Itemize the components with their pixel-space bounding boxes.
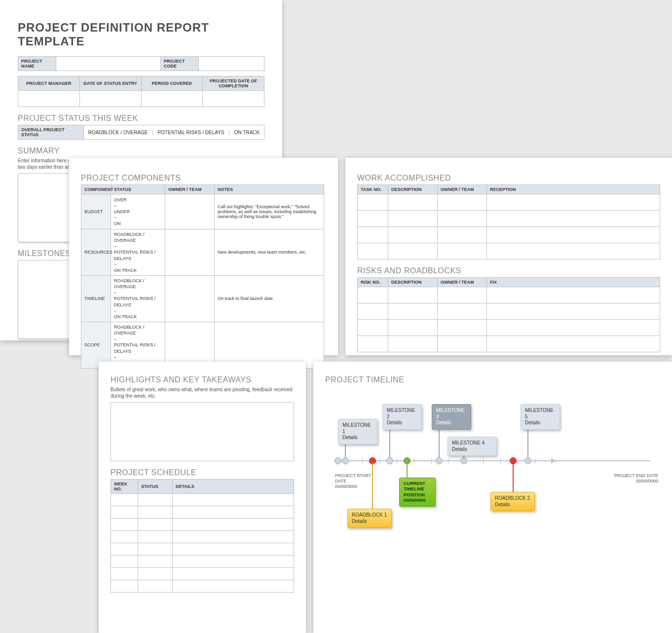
risk-cell[interactable]: [438, 303, 487, 320]
comp-owner[interactable]: [165, 194, 215, 229]
sched-cell[interactable]: [138, 531, 173, 543]
cell-period[interactable]: [141, 91, 203, 107]
sched-cell[interactable]: [138, 556, 173, 568]
work-table: TASK NO. DESCRIPTION OWNER / TEAM RECEPT…: [357, 185, 660, 260]
sched-cell[interactable]: [138, 494, 173, 506]
risk-cell[interactable]: [438, 336, 487, 352]
work-cell[interactable]: [358, 227, 388, 243]
work-cell[interactable]: [487, 227, 660, 243]
comp-name: BUDGET: [81, 194, 111, 229]
sched-cell[interactable]: [138, 568, 173, 580]
sched-cell[interactable]: [138, 506, 173, 519]
sched-cell[interactable]: [173, 519, 294, 531]
sched-cell[interactable]: [111, 568, 138, 580]
components-table: COMPONENT STATUS OWNER / TEAM NOTES BUDG…: [81, 185, 324, 369]
cell-projected[interactable]: [203, 91, 264, 107]
comp-status[interactable]: ROADBLOCK / OVERAGE – POTENTIAL RISKS / …: [111, 275, 165, 322]
timeline-tick: [397, 458, 397, 464]
milestone-title: MILESTONE 5: [525, 408, 556, 420]
risk-cell[interactable]: [487, 336, 660, 352]
risk-cell[interactable]: [358, 336, 388, 352]
col-projected: PROJECTED DATE OF COMPLETION: [203, 76, 264, 91]
sched-cell[interactable]: [173, 543, 294, 556]
risk-cell[interactable]: [358, 320, 388, 336]
timeline-tick: [448, 458, 449, 464]
comp-notes[interactable]: On track to final launch date: [215, 275, 324, 322]
sched-cell[interactable]: [173, 580, 294, 593]
risk-cell[interactable]: [487, 320, 660, 336]
sched-cell[interactable]: [138, 543, 173, 556]
timeline-tick: [414, 458, 414, 464]
milestone-detail: Details: [436, 420, 467, 426]
risk-cell[interactable]: [388, 287, 438, 303]
risk-cell[interactable]: [358, 287, 388, 303]
work-cell[interactable]: [358, 243, 388, 260]
comp-notes[interactable]: New developments, new team members, etc.: [215, 229, 324, 276]
page-2: PROJECT COMPONENTS COMPONENT STATUS OWNE…: [69, 158, 338, 355]
work-cell[interactable]: [487, 211, 660, 227]
sched-cell[interactable]: [111, 580, 138, 593]
sched-cell[interactable]: [111, 531, 138, 543]
hdr-code-value[interactable]: [199, 57, 264, 71]
overall-status-options[interactable]: ROADBLOCK / OVERAGE | POTENTIAL RISKS / …: [84, 125, 264, 140]
risk-cell[interactable]: [438, 320, 487, 336]
sched-cell[interactable]: [138, 519, 173, 531]
current-l2: TIMELINE: [404, 486, 431, 492]
axis-end-title: PROJECT END DATE: [614, 473, 658, 479]
sched-cell[interactable]: [111, 556, 138, 568]
comp-status[interactable]: ROADBLOCK / OVERAGE – POTENTIAL RISKS / …: [111, 229, 165, 276]
axis-start-label: PROJECT START DATE 00/00/0000: [335, 473, 379, 489]
work-cell[interactable]: [438, 194, 487, 211]
sched-cell[interactable]: [111, 506, 138, 519]
cell-date[interactable]: [79, 91, 141, 107]
work-cell[interactable]: [358, 211, 388, 227]
work-cell[interactable]: [358, 194, 388, 211]
roadblock-title: ROADBLOCK 1: [352, 512, 387, 519]
section-highlights: HIGHLIGHTS AND KEY TAKEAWAYS: [111, 375, 294, 384]
highlights-box[interactable]: [111, 402, 294, 461]
comp-owner[interactable]: [165, 275, 215, 322]
sched-cell[interactable]: [111, 543, 138, 556]
comp-col-0: COMPONENT: [81, 185, 111, 194]
risk-cell[interactable]: [388, 303, 438, 320]
sched-cell[interactable]: [173, 506, 294, 519]
work-cell[interactable]: [438, 243, 487, 260]
work-cell[interactable]: [388, 211, 438, 227]
section-status: PROJECT STATUS THIS WEEK: [18, 114, 264, 123]
sched-cell[interactable]: [111, 494, 138, 506]
sched-cell[interactable]: [173, 568, 294, 580]
sched-cell[interactable]: [173, 494, 294, 506]
timeline-tick: [500, 458, 501, 464]
work-cell[interactable]: [487, 194, 660, 211]
risk-cell[interactable]: [358, 303, 388, 320]
comp-col-3: NOTES: [215, 185, 324, 194]
risk-cell[interactable]: [388, 320, 438, 336]
sched-cell[interactable]: [111, 519, 138, 531]
sched-cell[interactable]: [173, 531, 294, 543]
roadblock-stem: [513, 463, 514, 492]
section-risks: RISKS AND ROADBLOCKS: [357, 266, 660, 275]
schedule-table: WEEK NO. STATUS DETAILS: [111, 479, 294, 593]
risk-cell[interactable]: [487, 287, 660, 303]
risk-cell[interactable]: [388, 336, 438, 352]
sched-cell[interactable]: [173, 556, 294, 568]
work-cell[interactable]: [388, 243, 438, 260]
risk-cell[interactable]: [438, 287, 487, 303]
cell-manager[interactable]: [18, 91, 80, 107]
comp-notes[interactable]: Call out highlights: "Exceptional work,"…: [215, 194, 324, 229]
page-4: HIGHLIGHTS AND KEY TAKEAWAYS Bullets of …: [99, 362, 306, 633]
risk-cell[interactable]: [487, 303, 660, 320]
hdr-name-value[interactable]: [56, 57, 161, 71]
work-cell[interactable]: [438, 211, 487, 227]
work-cell[interactable]: [388, 194, 438, 211]
work-cell[interactable]: [438, 227, 487, 243]
comp-owner[interactable]: [165, 229, 215, 276]
risk-col-0: RISK NO.: [358, 278, 388, 287]
page-5: PROJECT TIMELINE MILESTONE 1 Details RO: [313, 362, 672, 633]
sched-cell[interactable]: [138, 580, 173, 593]
comp-name: TIMELINE: [81, 275, 111, 322]
comp-status[interactable]: OVER – UNDER – ON: [111, 194, 165, 229]
milestone-card-3: MILESTONE 3 Details: [432, 404, 471, 430]
work-cell[interactable]: [487, 243, 660, 260]
work-cell[interactable]: [388, 227, 438, 243]
